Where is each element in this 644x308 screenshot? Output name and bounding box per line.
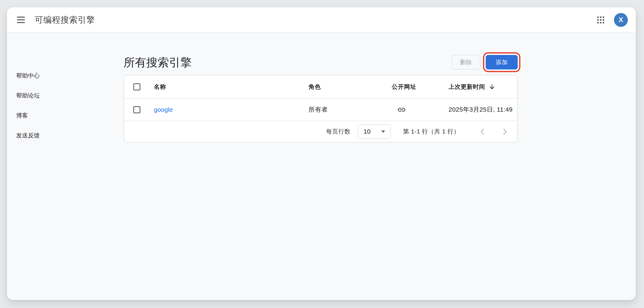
sidebar: 帮助中心 帮助论坛 博客 发送反馈 [16, 73, 40, 153]
rows-per-page-label: 每页行数 [326, 128, 350, 136]
column-header-name: 名称 [154, 83, 166, 91]
public-url-link-icon[interactable] [397, 105, 406, 114]
column-header-role: 角色 [308, 83, 321, 91]
column-header-last-updated[interactable]: 上次更新时间 [442, 83, 517, 91]
sidebar-item-help-center[interactable]: 帮助中心 [16, 73, 40, 79]
engine-role: 所有者 [308, 105, 328, 114]
table-row: google 所有者 2025年3月25日, 11:49 [124, 99, 517, 121]
last-updated-value: 2025年3月25日, 11:49 [448, 105, 513, 114]
sort-desc-icon [488, 83, 496, 90]
search-engines-table: 名称 角色 公开网址 上次更新时间 [124, 75, 518, 143]
action-buttons: 删除 添加 [452, 55, 518, 69]
main-content: 所有搜索引擎 删除 添加 名称 角色 公开网址 [124, 55, 518, 143]
app-window: 可编程搜索引擎 X 帮助中心 帮助论坛 博客 发送反馈 所有搜索引擎 删除 添加 [7, 7, 636, 300]
page-title: 所有搜索引擎 [124, 56, 192, 69]
select-all-checkbox[interactable] [133, 83, 140, 90]
rows-per-page-select[interactable]: 10 [358, 124, 390, 139]
page-head: 所有搜索引擎 删除 添加 [124, 55, 518, 69]
sidebar-item-help-forum[interactable]: 帮助论坛 [16, 93, 40, 99]
chevron-down-icon [381, 131, 385, 133]
table-pagination: 每页行数 10 第 1-1 行（共 1 行） [124, 121, 517, 142]
previous-page-button[interactable] [478, 127, 487, 136]
sidebar-item-blog[interactable]: 博客 [16, 113, 40, 119]
table-header-row: 名称 角色 公开网址 上次更新时间 [124, 75, 517, 99]
avatar[interactable]: X [614, 13, 628, 27]
rows-per-page-value: 10 [364, 128, 381, 135]
add-button[interactable]: 添加 [486, 55, 518, 69]
sidebar-item-send-feedback[interactable]: 发送反馈 [16, 133, 40, 139]
next-page-button[interactable] [500, 127, 509, 136]
column-header-public-url: 公开网址 [392, 83, 416, 91]
app-title: 可编程搜索引擎 [35, 14, 95, 26]
apps-grid-icon[interactable] [597, 16, 604, 23]
top-bar: 可编程搜索引擎 X [7, 7, 636, 33]
delete-button[interactable]: 删除 [452, 55, 480, 69]
engine-name-link[interactable]: google [154, 106, 173, 113]
row-checkbox[interactable] [133, 106, 140, 113]
pagination-range-label: 第 1-1 行（共 1 行） [403, 128, 460, 136]
menu-icon[interactable] [17, 16, 25, 23]
